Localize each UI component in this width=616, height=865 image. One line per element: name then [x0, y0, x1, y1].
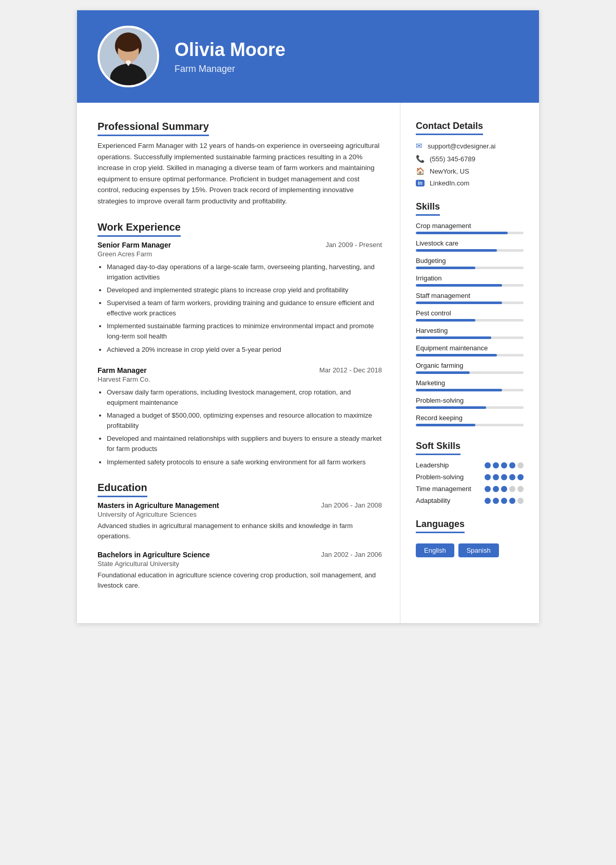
skill-fill	[416, 302, 502, 304]
soft-skill-name: Time management	[416, 485, 471, 493]
left-column: Professional Summary Experienced Farm Ma…	[77, 103, 400, 623]
job-bullet: Developed and implemented strategic plan…	[107, 285, 382, 295]
skill-name: Harvesting	[416, 327, 524, 334]
soft-skill-item: Problem-solving	[416, 473, 524, 481]
header-title: Farm Manager	[175, 64, 285, 74]
skill-fill	[416, 284, 502, 287]
skill-bar	[416, 389, 524, 391]
soft-skills-title: Soft Skills	[416, 441, 460, 455]
skill-bar	[416, 267, 524, 269]
language-buttons: EnglishSpanish	[416, 543, 524, 557]
job-bullet: Oversaw daily farm operations, including…	[107, 387, 382, 408]
skill-dot	[501, 486, 507, 492]
resume-container: Olivia Moore Farm Manager Professional S…	[77, 10, 539, 623]
soft-skill-name: Adaptability	[416, 497, 450, 504]
edu-header: Bachelors in Agriculture Science Jan 200…	[98, 551, 382, 559]
soft-skill-item: Leadership	[416, 461, 524, 469]
soft-skill-item: Adaptability	[416, 497, 524, 504]
job-bullet: Supervised a team of farm workers, provi…	[107, 298, 382, 318]
header-name: Olivia Moore	[175, 39, 285, 61]
skill-dot	[493, 486, 499, 492]
languages-title: Languages	[416, 519, 465, 533]
language-button-english[interactable]: English	[416, 543, 454, 557]
skill-name: Pest control	[416, 309, 524, 317]
job-title: Farm Manager	[98, 366, 147, 374]
education-list: Masters in Agriculture Management Jan 20…	[98, 501, 382, 591]
contact-title: Contact Details	[416, 121, 483, 135]
education-item: Bachelors in Agriculture Science Jan 200…	[98, 551, 382, 591]
skill-bar	[416, 336, 524, 339]
skill-fill	[416, 371, 470, 374]
skill-dot	[485, 462, 491, 468]
skill-item: Harvesting	[416, 327, 524, 339]
job-item: Senior Farm Manager Jan 2009 - Present G…	[98, 241, 382, 355]
skill-item: Budgeting	[416, 257, 524, 269]
skill-dot	[517, 462, 524, 468]
skill-dot	[509, 462, 515, 468]
skill-dot	[509, 474, 515, 480]
skill-fill	[416, 336, 491, 339]
skill-dot	[517, 474, 524, 480]
skill-fill	[416, 389, 502, 391]
job-bullet: Managed day-to-day operations of a large…	[107, 262, 382, 283]
contact-item: ✉support@cvdesigner.ai	[416, 141, 524, 151]
home-icon: 🏠	[416, 167, 425, 175]
header-text-block: Olivia Moore Farm Manager	[175, 39, 285, 74]
phone-icon: 📞	[416, 155, 425, 163]
avatar	[98, 26, 159, 87]
job-bullet: Developed and maintained relationships w…	[107, 434, 382, 454]
skill-dot	[501, 498, 507, 504]
job-bullet: Implemented sustainable farming practice…	[107, 321, 382, 342]
edu-date: Jan 2006 - Jan 2008	[321, 501, 382, 509]
job-company: Green Acres Farm	[98, 250, 382, 258]
education-title: Education	[98, 482, 147, 497]
skill-dot	[493, 462, 499, 468]
skill-dot	[517, 498, 524, 504]
skill-item: Equipment maintenance	[416, 344, 524, 356]
education-section: Education Masters in Agriculture Managem…	[98, 482, 382, 591]
edu-school: State Agricultural University	[98, 560, 382, 568]
skill-bar	[416, 319, 524, 322]
skill-bar	[416, 371, 524, 374]
edu-school: University of Agriculture Sciences	[98, 511, 382, 518]
skill-fill	[416, 267, 475, 269]
summary-section: Professional Summary Experienced Farm Ma…	[98, 121, 382, 207]
skill-bar	[416, 302, 524, 304]
skill-name: Organic farming	[416, 362, 524, 369]
skill-name: Livestock care	[416, 239, 524, 247]
skill-bar	[416, 232, 524, 234]
skill-dot	[485, 474, 491, 480]
language-button-spanish[interactable]: Spanish	[458, 543, 499, 557]
work-experience-section: Work Experience Senior Farm Manager Jan …	[98, 221, 382, 467]
job-header: Senior Farm Manager Jan 2009 - Present	[98, 241, 382, 249]
contact-value: NewYork, US	[430, 167, 469, 175]
contact-item: inLinkedIn.com	[416, 179, 524, 187]
job-title: Senior Farm Manager	[98, 241, 171, 249]
skill-dot	[493, 498, 499, 504]
skill-item: Livestock care	[416, 239, 524, 252]
linkedin-icon: in	[416, 180, 425, 186]
jobs-list: Senior Farm Manager Jan 2009 - Present G…	[98, 241, 382, 467]
skill-item: Crop management	[416, 222, 524, 234]
summary-text: Experienced Farm Manager with 12 years o…	[98, 140, 382, 207]
languages-section: Languages EnglishSpanish	[416, 519, 524, 557]
skill-dot	[509, 498, 515, 504]
skill-fill	[416, 406, 486, 409]
skill-bar	[416, 284, 524, 287]
skill-name: Budgeting	[416, 257, 524, 265]
job-bullets: Oversaw daily farm operations, including…	[98, 387, 382, 467]
edu-description: Advanced studies in agricultural managem…	[98, 521, 382, 541]
main-content: Professional Summary Experienced Farm Ma…	[77, 103, 539, 623]
skill-item: Record keeping	[416, 414, 524, 426]
contact-list: ✉support@cvdesigner.ai📞(555) 345-6789🏠Ne…	[416, 141, 524, 187]
job-company: Harvest Farm Co.	[98, 375, 382, 383]
skills-title: Skills	[416, 201, 440, 216]
contact-item: 📞(555) 345-6789	[416, 155, 524, 163]
work-experience-title: Work Experience	[98, 221, 181, 237]
skills-list: Crop management Livestock care Budgeting…	[416, 222, 524, 426]
skill-dot	[501, 474, 507, 480]
skills-section: Skills Crop management Livestock care Bu…	[416, 201, 524, 426]
contact-item: 🏠NewYork, US	[416, 167, 524, 175]
soft-skills-section: Soft Skills Leadership Problem-solving T…	[416, 441, 524, 504]
contact-section: Contact Details ✉support@cvdesigner.ai📞(…	[416, 121, 524, 187]
